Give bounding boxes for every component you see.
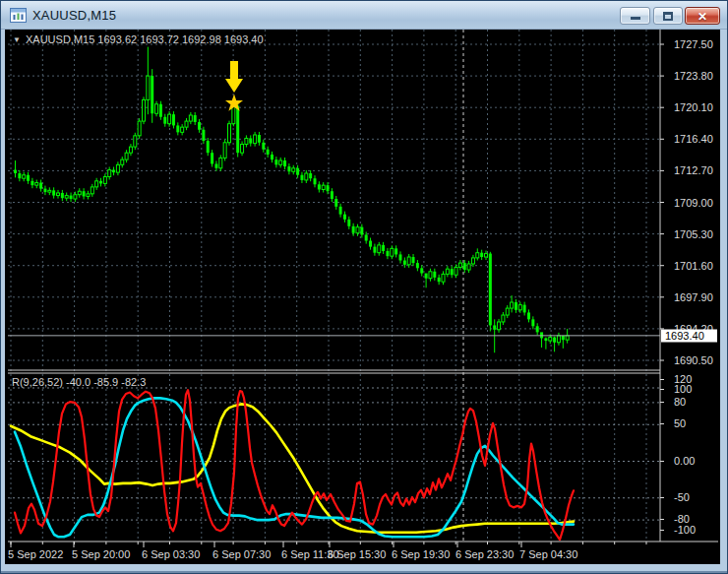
candle xyxy=(129,147,132,153)
window-bottom-edge xyxy=(1,571,727,573)
candle xyxy=(549,338,552,341)
collapse-triangle-icon[interactable]: ▼ xyxy=(13,35,21,44)
candle xyxy=(416,263,419,268)
candle xyxy=(502,315,505,322)
price-axis-label: 1712.70 xyxy=(674,164,713,176)
candle xyxy=(249,138,252,143)
candle xyxy=(57,193,60,196)
candle xyxy=(407,257,410,265)
candle xyxy=(95,181,98,187)
candle xyxy=(267,150,270,155)
candle xyxy=(403,261,406,265)
candle xyxy=(391,248,394,256)
close-icon: ✕ xyxy=(686,9,719,25)
candle xyxy=(48,190,51,192)
panel-scale-label: -50 xyxy=(674,491,690,503)
r9-line xyxy=(15,390,574,540)
candle xyxy=(365,234,368,240)
candle xyxy=(471,258,474,264)
candle xyxy=(138,121,141,136)
candle xyxy=(262,143,265,150)
candle xyxy=(480,253,483,257)
candle xyxy=(254,135,257,144)
candle xyxy=(43,189,46,192)
candle xyxy=(386,251,389,256)
candle xyxy=(18,173,21,178)
candle xyxy=(103,176,106,183)
candle xyxy=(458,263,461,267)
candle xyxy=(438,278,441,282)
candle xyxy=(236,105,239,153)
candle xyxy=(339,207,342,215)
sell-arrow-icon[interactable] xyxy=(225,61,243,93)
minimize-icon xyxy=(631,17,640,20)
candle xyxy=(498,322,501,330)
candle xyxy=(425,274,428,279)
panel-scale-label: 0.00 xyxy=(674,455,695,467)
candle xyxy=(352,226,355,233)
candle xyxy=(489,254,492,326)
time-axis-label: 5 Sep 2022 xyxy=(8,548,63,560)
candle xyxy=(442,274,445,282)
price-axis-label: 1709.00 xyxy=(674,197,713,209)
candle xyxy=(296,168,299,175)
candle xyxy=(429,272,432,279)
candle xyxy=(566,336,569,340)
close-button[interactable]: ✕ xyxy=(685,7,720,25)
candle xyxy=(91,187,93,194)
candle xyxy=(219,158,222,167)
candle xyxy=(181,127,184,132)
candle xyxy=(121,159,124,164)
candle xyxy=(61,193,64,198)
window-titlebar[interactable]: XAUUSD,M15 ✕ xyxy=(1,1,727,30)
candle xyxy=(523,305,526,313)
candle xyxy=(172,114,175,125)
minimize-button[interactable] xyxy=(620,7,650,25)
candle xyxy=(228,124,231,143)
price-axis[interactable]: 1727.501723.801720.101716.401712.701709.… xyxy=(660,38,713,536)
candle xyxy=(455,267,457,275)
ohlc-header: XAUUSD,M15 1693.62 1693.72 1692.98 1693.… xyxy=(26,33,264,45)
price-chart[interactable]: 1727.501723.801720.101716.401712.701709.… xyxy=(8,30,718,562)
candle xyxy=(476,253,479,258)
candle xyxy=(14,170,17,173)
candle xyxy=(185,121,188,127)
candle xyxy=(223,143,226,159)
candle xyxy=(271,155,273,159)
indicator-lines xyxy=(11,390,574,540)
candle xyxy=(553,338,556,343)
time-axis-label: 6 Sep 23:30 xyxy=(455,548,514,560)
candle xyxy=(360,227,363,235)
price-axis-label: 1690.50 xyxy=(674,354,713,366)
candle xyxy=(70,196,73,199)
price-axis-label: 1701.60 xyxy=(674,260,713,272)
price-axis-label: 1697.90 xyxy=(674,291,713,303)
chart-icon xyxy=(10,8,27,23)
candle xyxy=(245,138,248,144)
candle xyxy=(87,194,90,197)
candle xyxy=(241,145,244,154)
candle xyxy=(143,99,146,121)
candle xyxy=(322,185,325,189)
time-axis[interactable]: 5 Sep 20225 Sep 20:006 Sep 03:306 Sep 07… xyxy=(8,542,646,560)
price-axis-label: 1705.30 xyxy=(674,228,713,240)
candle xyxy=(232,105,235,123)
time-axis-label: 6 Sep 03:30 xyxy=(142,548,200,560)
candle xyxy=(189,115,192,121)
candle xyxy=(176,125,179,132)
candle xyxy=(211,153,213,163)
candle xyxy=(163,117,166,124)
time-axis-label: 6 Sep 15:30 xyxy=(328,548,386,560)
candlesticks xyxy=(14,47,569,353)
panel-scale-label: -100 xyxy=(674,524,696,536)
panel-scale-label: 100 xyxy=(674,383,692,395)
maximize-button[interactable] xyxy=(653,7,683,25)
candle xyxy=(35,183,38,186)
candle xyxy=(318,184,321,189)
candle xyxy=(258,135,261,143)
candle xyxy=(116,164,119,172)
candle xyxy=(314,178,317,184)
candle xyxy=(420,268,423,273)
candle xyxy=(134,136,137,147)
candle xyxy=(283,160,286,166)
